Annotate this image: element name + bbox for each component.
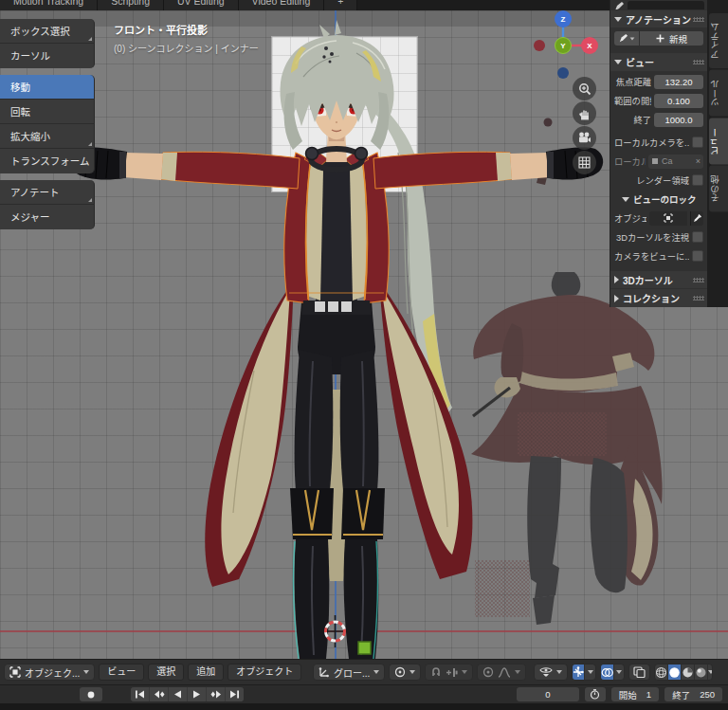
gizmo-axis-x[interactable]: X	[581, 37, 598, 54]
gizmo-toggle[interactable]	[572, 664, 596, 681]
collapse-arrow-icon	[614, 17, 622, 22]
clear-x-icon[interactable]: ×	[696, 156, 701, 166]
auto-key-record-button[interactable]	[80, 687, 102, 701]
clip-end-field[interactable]: 1000.0	[654, 113, 703, 127]
jump-to-start-button[interactable]	[131, 687, 149, 701]
tool-box-select[interactable]: ボックス選択	[0, 19, 95, 44]
annotation-new-button[interactable]: 新規	[640, 31, 703, 46]
use-preview-range-button[interactable]	[585, 687, 606, 701]
sidebar-tab-other[interactable]: その他	[709, 166, 728, 212]
frame-end-field[interactable]: 終了 250	[664, 687, 722, 701]
lock-to-cursor-checkbox[interactable]	[692, 231, 703, 243]
workspace-tab-add[interactable]: +	[324, 0, 357, 10]
shading-rendered-button[interactable]	[695, 664, 708, 680]
sidebar-tab-tool[interactable]: ツール	[709, 70, 728, 117]
workspace-tab-uv-editing[interactable]: UV Editing	[164, 0, 239, 10]
overlays-toggle[interactable]	[600, 664, 625, 681]
workspace-tab-video-editing[interactable]: Video Editing	[239, 0, 325, 10]
mode-selector[interactable]: オブジェク...	[4, 664, 95, 681]
prev-keyframe-button[interactable]	[150, 687, 168, 701]
shading-options-dropdown[interactable]	[708, 664, 713, 680]
camera-to-view-checkbox[interactable]	[692, 250, 703, 262]
panel-grip-icon[interactable]	[693, 278, 704, 282]
solid-sphere-icon	[668, 666, 681, 679]
play-reverse-button[interactable]	[169, 687, 187, 701]
local-camera-field[interactable]: Ca ×	[648, 155, 703, 169]
eyedropper-button[interactable]	[690, 211, 703, 226]
clip-start-field[interactable]: 0.100	[654, 94, 703, 108]
panel-header-view[interactable]: ビュー	[610, 53, 707, 71]
chevron-down-icon	[462, 670, 467, 674]
pan-button[interactable]	[573, 101, 596, 125]
tool-annotate[interactable]: アノテート	[0, 180, 95, 205]
jump-to-end-button[interactable]	[226, 687, 244, 701]
active-collection-label: (0) シーンコレクション | インナー	[114, 41, 259, 55]
overlays-icon	[601, 667, 613, 678]
annotation-tool-dropdown[interactable]	[614, 31, 639, 46]
gizmo-axis-y[interactable]: Y	[555, 37, 572, 54]
focal-length-field[interactable]: 132.20	[654, 75, 703, 89]
transform-orientation-dropdown[interactable]: グロー...	[313, 664, 385, 681]
chevron-down-icon	[556, 670, 562, 674]
frame-end-label: 終了	[672, 688, 690, 701]
workspace-tab-scripting[interactable]: Scripting	[98, 0, 164, 10]
camera-view-button[interactable]	[573, 126, 596, 150]
annotation-pen-icon	[618, 33, 628, 44]
lock-to-cursor-label: 3Dカーソルを注視	[614, 230, 689, 244]
tool-cursor[interactable]: カーソル	[0, 44, 95, 68]
local-camera-checkbox[interactable]	[692, 137, 703, 148]
menu-view[interactable]: ビュー	[99, 664, 144, 681]
proportional-edit-controls[interactable]	[477, 664, 526, 681]
blender-window: Motion Tracking Scripting UV Editing Vid…	[0, 0, 728, 710]
panel-header-annotation[interactable]: アノテーション	[610, 10, 707, 28]
tool-rotate[interactable]: 回転	[0, 100, 95, 124]
zoom-button[interactable]	[573, 77, 596, 100]
next-keyframe-icon	[210, 690, 222, 699]
next-keyframe-button[interactable]	[207, 687, 225, 701]
xray-toggle[interactable]	[628, 664, 650, 681]
tool-move[interactable]: 移動	[0, 75, 95, 100]
collapse-arrow-icon	[614, 60, 622, 64]
magnifier-plus-icon	[578, 82, 592, 96]
annotation-layer-row-clipped[interactable]	[610, 0, 707, 9]
frame-start-field[interactable]: 開始 1	[611, 687, 659, 701]
playback-controls	[131, 687, 244, 701]
tool-measure[interactable]: メジャー	[0, 205, 95, 229]
menu-add[interactable]: 追加	[188, 664, 224, 681]
tool-transform[interactable]: トランスフォーム	[0, 149, 95, 173]
proportional-edit-icon	[482, 666, 494, 678]
perspective-toggle-button[interactable]	[573, 151, 596, 174]
sidebar-tab-view[interactable]: ビュー	[709, 118, 728, 165]
visibility-dropdown[interactable]	[534, 664, 568, 681]
gizmo-axis-z-neg[interactable]	[557, 67, 569, 79]
lock-object-field[interactable]	[649, 211, 687, 226]
gizmo-axis-x-neg[interactable]	[534, 40, 545, 51]
play-button[interactable]	[188, 687, 206, 701]
sidebar-tab-item[interactable]: アイテム	[709, 13, 728, 68]
shading-wireframe-button[interactable]	[655, 664, 668, 680]
hand-icon	[578, 107, 592, 120]
gizmo-axis-z[interactable]: Z	[555, 10, 572, 27]
menu-select[interactable]: 選択	[148, 664, 184, 681]
current-frame-field[interactable]: 0	[517, 687, 579, 701]
shading-solid-button[interactable]	[668, 664, 682, 680]
snap-controls[interactable]	[425, 664, 473, 681]
workspace-tab-motion-tracking[interactable]: Motion Tracking	[0, 0, 98, 10]
view-lock-subpanel-header[interactable]: ビューのロック	[614, 191, 703, 208]
panel-grip-icon[interactable]	[693, 17, 704, 22]
shading-mode-switch	[654, 664, 713, 681]
navigation-gizmo[interactable]: Z Y X	[523, 10, 609, 96]
panel-grip-icon[interactable]	[693, 60, 704, 64]
clip-end-label: 終了	[614, 113, 651, 126]
panel-header-collections[interactable]: コレクション	[610, 289, 707, 307]
panel-grip-icon[interactable]	[693, 296, 704, 300]
eye-funnel-icon	[539, 666, 553, 678]
render-region-checkbox[interactable]	[692, 174, 703, 186]
clip-start-label: 範囲の開始	[614, 94, 651, 107]
render-region-label: レンダー領域	[614, 173, 689, 187]
tool-scale[interactable]: 拡大縮小	[0, 124, 95, 149]
panel-header-3d-cursor[interactable]: 3Dカーソル	[610, 271, 707, 289]
pivot-point-dropdown[interactable]	[389, 664, 421, 681]
shading-material-button[interactable]	[682, 664, 695, 680]
menu-object[interactable]: オブジェクト	[228, 664, 301, 681]
